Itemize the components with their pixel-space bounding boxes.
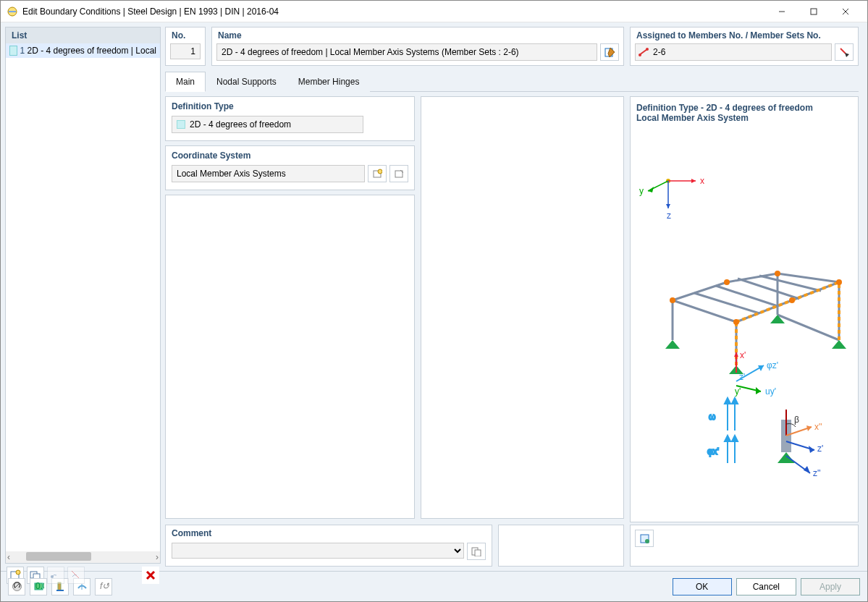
scroll-right-icon[interactable]: › [156, 552, 159, 562]
coordinate-edit-button[interactable] [389, 165, 408, 182]
svg-text:φx': φx' [707, 446, 719, 457]
svg-line-18 [840, 48, 846, 54]
close-button[interactable] [830, 1, 861, 22]
svg-text:f↺: f↺ [100, 581, 109, 591]
assigned-input[interactable]: 2-6 [635, 43, 832, 61]
svg-point-52 [724, 279, 730, 285]
scroll-thumb[interactable] [26, 552, 91, 561]
cancel-button[interactable]: Cancel [736, 578, 796, 595]
list-item[interactable]: 1 2D - 4 degrees of freedom | Local [6, 43, 160, 58]
list-item-icon [9, 46, 17, 56]
svg-line-33 [673, 282, 727, 300]
preview-subtitle: Local Member Axis System [636, 113, 852, 123]
number-label: No. [170, 29, 201, 43]
svg-text:y': y' [735, 386, 741, 397]
preview-settings-button[interactable] [635, 530, 654, 547]
right-column: Definition Type - 2D - 4 degrees of free… [630, 96, 859, 519]
comment-blank-1 [498, 525, 624, 567]
coordinate-system-section: Coordinate System Local Member Axis Syst… [165, 145, 415, 190]
middle-blank-panel [421, 96, 624, 519]
comment-input[interactable] [172, 543, 464, 559]
coordinate-system-title: Coordinate System [172, 150, 408, 161]
svg-text:0.00: 0.00 [35, 581, 44, 591]
number-input[interactable]: 1 [170, 43, 201, 59]
empty-section [165, 195, 415, 519]
tab-nodal-supports[interactable]: Nodal Supports [206, 72, 287, 92]
edit-name-button[interactable] [600, 43, 619, 61]
svg-point-50 [733, 319, 739, 325]
preview-toolbar [630, 525, 859, 567]
list-title: List [6, 27, 160, 43]
pick-members-button[interactable] [835, 43, 854, 61]
definition-type-title: Definition Type [172, 101, 408, 111]
name-label: Name [216, 29, 619, 43]
name-input[interactable] [216, 43, 597, 61]
default-button[interactable] [51, 578, 69, 595]
window-title: Edit Boundary Conditions | Steel Design … [22, 7, 766, 17]
settings-column: Definition Type 2D - 4 degrees of freedo… [165, 96, 415, 519]
delete-item-button[interactable] [142, 567, 159, 584]
svg-text:z': z' [739, 372, 745, 382]
svg-rect-78 [475, 550, 481, 556]
svg-point-17 [646, 48, 649, 51]
svg-text:ω: ω [709, 412, 715, 422]
svg-text:β: β [794, 415, 799, 425]
units-button[interactable]: 0.00 [30, 578, 47, 595]
definition-type-swatch [177, 120, 185, 129]
content-area: List 1 2D - 4 degrees of freedom | Local… [1, 22, 867, 571]
svg-point-7 [16, 570, 20, 575]
svg-rect-1 [9, 11, 16, 12]
definition-type-select[interactable]: 2D - 4 degrees of freedom [172, 116, 363, 133]
expand-button[interactable] [73, 578, 90, 595]
title-bar: Edit Boundary Conditions | Steel Design … [1, 1, 867, 22]
comment-row: Comment [165, 525, 859, 567]
svg-text:z: z [667, 211, 671, 221]
definition-type-section: Definition Type 2D - 4 degrees of freedo… [165, 96, 415, 141]
svg-rect-3 [811, 9, 817, 14]
svg-line-11 [72, 571, 79, 578]
list-item-label: 2D - 4 degrees of freedom | Local [27, 46, 156, 56]
svg-text:φz': φz' [767, 360, 778, 370]
tab-member-hinges[interactable]: Member Hinges [287, 72, 371, 92]
tab-main[interactable]: Main [165, 72, 206, 92]
comment-box: Comment [165, 525, 492, 567]
tab-strip: Main Nodal Supports Member Hinges [165, 72, 859, 92]
svg-line-42 [778, 274, 839, 282]
svg-point-48 [836, 279, 842, 285]
svg-text:z'': z'' [813, 468, 821, 478]
preview-sketch: x y z [636, 123, 852, 516]
number-field-box: No. 1 [165, 27, 206, 66]
svg-text:y: y [639, 186, 644, 196]
help-button[interactable] [8, 578, 25, 595]
scroll-left-icon[interactable]: ‹ [7, 552, 10, 562]
name-field-box: Name [211, 27, 624, 66]
app-icon [7, 6, 18, 17]
list-item-number: 1 [20, 46, 28, 56]
reset-button[interactable]: f↺ [95, 578, 112, 595]
ok-button[interactable]: OK [673, 578, 732, 595]
svg-point-49 [789, 297, 795, 303]
comment-library-button[interactable] [467, 543, 486, 560]
list-horizontal-scrollbar[interactable]: ‹ › [6, 551, 160, 563]
header-row: No. 1 Name Assigned to Members No. / Mem… [165, 27, 859, 66]
minimize-button[interactable] [766, 1, 798, 22]
preview-title: Definition Type - 2D - 4 degrees of free… [636, 103, 852, 113]
svg-text:x'': x'' [814, 422, 822, 432]
list-body[interactable]: 1 2D - 4 degrees of freedom | Local [6, 43, 160, 551]
comment-title: Comment [172, 528, 486, 538]
maximize-button[interactable] [798, 1, 830, 22]
svg-text:x: x [700, 176, 704, 186]
svg-point-51 [775, 271, 780, 276]
svg-rect-21 [395, 171, 403, 177]
assigned-field-box: Assigned to Members No. / Member Sets No… [630, 27, 859, 66]
preview-panel: Definition Type - 2D - 4 degrees of free… [630, 96, 859, 522]
svg-point-80 [645, 539, 649, 543]
coordinate-new-button[interactable] [368, 165, 387, 182]
assigned-label: Assigned to Members No. / Member Sets No… [635, 29, 854, 43]
list-panel: List 1 2D - 4 degrees of freedom | Local… [5, 27, 161, 564]
coordinate-system-select[interactable]: Local Member Axis Systems [172, 165, 365, 182]
svg-text:z': z' [817, 444, 823, 454]
svg-text:x': x' [740, 350, 746, 360]
member-set-icon [639, 48, 649, 56]
svg-line-43 [778, 315, 839, 340]
